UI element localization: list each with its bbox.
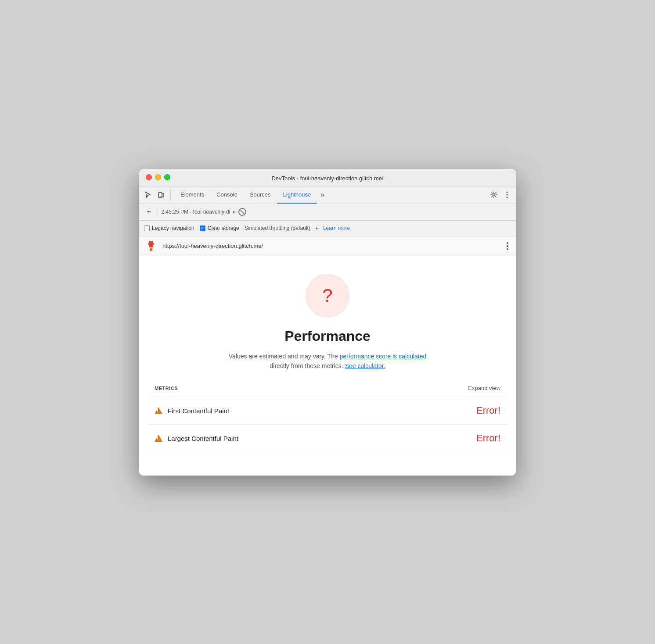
score-question-mark: ? [322,285,332,306]
metric-name-fcp: First Contentful Paint [168,407,476,415]
svg-point-5 [507,194,508,196]
metric-value-fcp: Error! [476,405,500,416]
svg-point-3 [493,194,495,196]
minimize-button[interactable] [155,174,161,180]
lighthouse-url-bar: https://foul-heavenly-direction.glitch.m… [139,236,516,256]
svg-point-6 [507,197,508,198]
performance-title: Performance [148,328,507,344]
metric-name-lcp: Largest Contentful Paint [168,435,476,442]
secondary-toolbar: + 2:45:25 PM - foul-heavenly-di ▾ [139,204,516,221]
svg-point-2 [160,196,161,197]
svg-marker-8 [148,243,154,247]
devtools-toolbar: Elements Console Sources Lighthouse » [139,186,516,204]
metric-value-lcp: Error! [476,433,500,444]
calculator-link[interactable]: See calculator. [345,362,385,369]
lighthouse-icon [145,240,157,252]
svg-rect-1 [162,193,164,197]
main-content: ? Performance Values are estimated and m… [139,256,516,476]
traffic-lights [146,174,170,180]
score-circle: ? [306,274,349,318]
performance-description: Values are estimated and may vary. The p… [148,351,507,371]
title-bar: DevTools - foul-heavenly-direction.glitc… [139,169,516,186]
close-button[interactable] [146,174,152,180]
throttling-label: Simulated throttling (default) [245,225,310,231]
overflow-menu-icon[interactable] [501,189,513,200]
url-bar: 2:45:25 PM - foul-heavenly-di ▾ [162,209,235,215]
metric-row-lcp: Largest Contentful Paint Error! [148,425,507,452]
browser-window: DevTools - foul-heavenly-direction.glitc… [139,169,516,476]
toolbar-icons [142,189,171,200]
expand-view-button[interactable]: Expand view [468,385,500,391]
svg-rect-10 [150,248,152,251]
toolbar-separator [158,208,158,216]
tab-console[interactable]: Console [210,186,244,204]
learn-more-link[interactable]: Learn more [323,225,350,231]
metrics-label: METRICS [155,386,178,391]
throttling-dropdown-arrow[interactable]: ▾ [316,226,318,231]
warning-icon-fcp [155,407,162,414]
add-button[interactable]: + [144,207,154,218]
clear-storage-checkbox[interactable]: ✓ Clear storage [200,225,239,231]
tab-elements[interactable]: Elements [174,186,210,204]
legacy-nav-label: Legacy navigation [152,225,194,231]
url-dropdown-arrow[interactable]: ▾ [233,210,235,215]
cursor-icon[interactable] [142,189,154,200]
settings-icon[interactable] [488,189,500,200]
legacy-navigation-checkbox[interactable]: Legacy navigation [144,225,194,231]
clear-storage-checkbox-box[interactable]: ✓ [200,225,205,231]
options-toolbar: Legacy navigation ✓ Clear storage Simula… [139,221,516,236]
warning-icon-lcp [155,435,162,442]
metrics-header: METRICS Expand view [148,385,507,397]
more-options-button[interactable] [505,240,510,252]
timestamp-label: 2:45:25 PM - foul-heavenly-di [162,209,230,215]
maximize-button[interactable] [164,174,170,180]
svg-point-4 [507,192,508,193]
metric-row-fcp: First Contentful Paint Error! [148,397,507,425]
legacy-nav-checkbox-box[interactable] [144,225,150,231]
toolbar-right [488,189,513,200]
tab-sources[interactable]: Sources [244,186,277,204]
no-symbol-icon [238,208,246,216]
window-title: DevTools - foul-heavenly-direction.glitc… [271,175,383,182]
more-tabs-button[interactable]: » [317,186,328,204]
svg-rect-7 [149,241,153,243]
tab-lighthouse[interactable]: Lighthouse [277,186,317,204]
svg-rect-9 [149,247,153,248]
lighthouse-url-text: https://foul-heavenly-direction.glitch.m… [162,243,500,249]
perf-score-link[interactable]: performance score is calculated [340,353,427,360]
clear-storage-label: Clear storage [208,225,239,231]
tab-list: Elements Console Sources Lighthouse » [174,186,488,204]
device-icon[interactable] [155,189,167,200]
